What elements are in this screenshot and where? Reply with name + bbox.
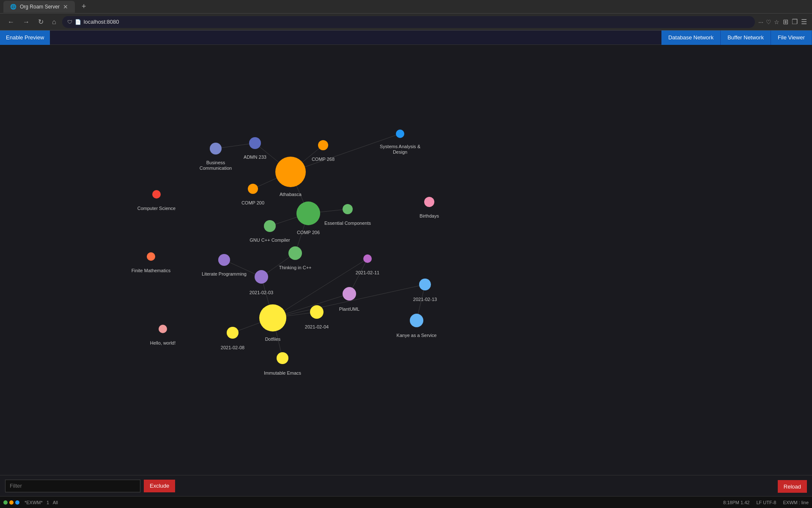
exclude-button[interactable]: Exclude	[144, 480, 175, 492]
label-2021-02-11: 2021-02-11	[356, 270, 379, 275]
status-bar: *EXWM* 1 All 8:18PM 1.42 LF UTF-8 EXWM :…	[0, 496, 812, 508]
svg-line-3	[291, 134, 400, 172]
tab-title: Org Roam Server	[20, 4, 60, 10]
browser-titlebar: 🌐 Org Roam Server ✕ +	[0, 0, 812, 14]
app-toolbar: Enable Preview Light Mode Database Netwo…	[0, 30, 812, 45]
label-2021-02-04: 2021-02-04	[305, 324, 329, 329]
node-literate-prog[interactable]	[218, 254, 230, 266]
workspace-indicator: *EXWM* 1 All	[25, 500, 58, 505]
node-2021-02-13[interactable]	[419, 279, 431, 290]
new-tab-button[interactable]: +	[78, 0, 90, 13]
more-options-icon[interactable]: ···	[758, 19, 763, 25]
browser-tab[interactable]: 🌐 Org Roam Server ✕	[3, 1, 75, 13]
security-icon: 🛡	[67, 19, 72, 25]
node-comp206[interactable]	[296, 202, 320, 225]
filter-input[interactable]	[5, 480, 140, 492]
status-mode: EXWM : line	[783, 500, 809, 505]
label-2021-02-03: 2021-02-03	[250, 290, 273, 295]
address-bar-container: 🛡 📄	[62, 16, 755, 28]
browser-toolbar: ← → ↻ ⌂ 🛡 📄 ··· ♡ ☆ ⊞ ❐ ☰	[0, 14, 812, 30]
label-2021-02-08: 2021-02-08	[221, 345, 244, 350]
node-2021-02-03[interactable]	[255, 270, 268, 284]
label-plantuml: PlantUML	[339, 306, 359, 312]
node-plantuml[interactable]	[343, 287, 356, 301]
back-button[interactable]: ←	[5, 17, 17, 28]
label-immutable-emacs: Immutable Emacs	[264, 370, 302, 375]
node-comp268[interactable]	[318, 140, 328, 150]
page-icon: 📄	[75, 19, 81, 25]
label-gnu-cpp: GNU C++ Compiler	[250, 237, 290, 243]
status-dots	[3, 500, 19, 505]
label-literate-prog: Literate Programming	[202, 271, 247, 276]
dot-green	[3, 500, 8, 505]
label-hello-world: Hello, world!	[150, 340, 176, 345]
reload-button[interactable]: Reload	[778, 480, 807, 493]
dot-blue	[15, 500, 19, 505]
workspace-num: 1	[47, 500, 49, 505]
refresh-button[interactable]: ↻	[36, 16, 46, 28]
menu-icon[interactable]: ☰	[801, 18, 807, 26]
node-comp200[interactable]	[248, 184, 258, 194]
home-button[interactable]: ⌂	[49, 17, 59, 28]
workspace-label: All	[53, 500, 58, 505]
label-dotfiles: Dotfiles	[265, 337, 281, 342]
label-athabasca: Athabasca	[280, 192, 302, 197]
buffer-network-tab[interactable]: Buffer Network	[721, 30, 771, 45]
status-right: 8:18PM 1.42 LF UTF-8 EXWM : line	[723, 500, 809, 505]
tab-manager-icon[interactable]: ❐	[792, 18, 798, 26]
label-finite-math: Finite Mathematics	[132, 268, 171, 273]
node-birthdays[interactable]	[424, 197, 434, 207]
label-systems-analysis: Systems Analysis &Design	[380, 144, 421, 155]
label-2021-02-13: 2021-02-13	[413, 297, 437, 302]
status-time: 8:18PM 1.42	[723, 500, 749, 505]
label-comp268: COMP 268	[312, 157, 335, 162]
app-toolbar-right: Database Network Buffer Network File Vie…	[661, 30, 812, 45]
node-athabasca[interactable]	[275, 157, 306, 187]
network-canvas: BusinessCommunicationADMN 233COMP 268Sys…	[0, 45, 812, 475]
status-encoding: LF UTF-8	[756, 500, 776, 505]
dot-orange	[9, 500, 14, 505]
node-computer-science[interactable]	[152, 190, 161, 199]
label-essential-components: Essential Components	[324, 221, 371, 226]
star-icon[interactable]: ☆	[774, 19, 779, 25]
node-hello-world[interactable]	[159, 325, 167, 333]
node-thinking-cpp[interactable]	[288, 246, 302, 260]
label-thinking-cpp: Thinking in C++	[279, 265, 311, 270]
tab-close-button[interactable]: ✕	[63, 3, 68, 10]
file-viewer-tab[interactable]: File Viewer	[771, 30, 812, 45]
enable-preview-button[interactable]: Enable Preview	[0, 30, 50, 45]
node-dotfiles[interactable]	[259, 304, 286, 331]
bookmark-icon[interactable]: ♡	[766, 19, 771, 25]
node-2021-02-04[interactable]	[310, 305, 324, 319]
node-immutable-emacs[interactable]	[277, 352, 288, 364]
filter-bar: Exclude	[0, 475, 812, 496]
tab-favicon: 🌐	[10, 4, 16, 10]
forward-button[interactable]: →	[20, 17, 32, 28]
label-business-comm: BusinessCommunication	[200, 160, 232, 171]
node-kanye[interactable]	[410, 314, 423, 327]
node-systems-analysis[interactable]	[396, 130, 404, 138]
app-toolbar-left: Enable Preview	[0, 30, 50, 45]
node-business-comm[interactable]	[210, 143, 222, 155]
node-finite-math[interactable]	[147, 252, 155, 261]
workspace-name: *EXWM*	[25, 500, 43, 505]
node-2021-02-08[interactable]	[227, 327, 239, 339]
network-svg: BusinessCommunicationADMN 233COMP 268Sys…	[0, 45, 812, 475]
toolbar-actions: ··· ♡ ☆	[758, 19, 779, 25]
label-birthdays: Birthdays	[420, 213, 439, 218]
extensions-icon[interactable]: ⊞	[783, 18, 788, 26]
svg-line-0	[216, 143, 255, 149]
label-admn233: ADMN 233	[244, 155, 266, 160]
label-kanye: Kanye as a Service	[397, 333, 437, 338]
database-network-tab[interactable]: Database Network	[661, 30, 721, 45]
label-computer-science: Computer Science	[137, 206, 176, 211]
toolbar-right: ⊞ ❐ ☰	[783, 18, 807, 26]
node-essential-components[interactable]	[343, 204, 353, 214]
label-comp200: COMP 200	[241, 200, 264, 205]
node-admn233[interactable]	[249, 137, 261, 149]
node-2021-02-11[interactable]	[363, 254, 372, 263]
label-comp206: COMP 206	[297, 230, 320, 235]
address-input[interactable]	[84, 19, 750, 25]
node-gnu-cpp[interactable]	[264, 220, 276, 232]
